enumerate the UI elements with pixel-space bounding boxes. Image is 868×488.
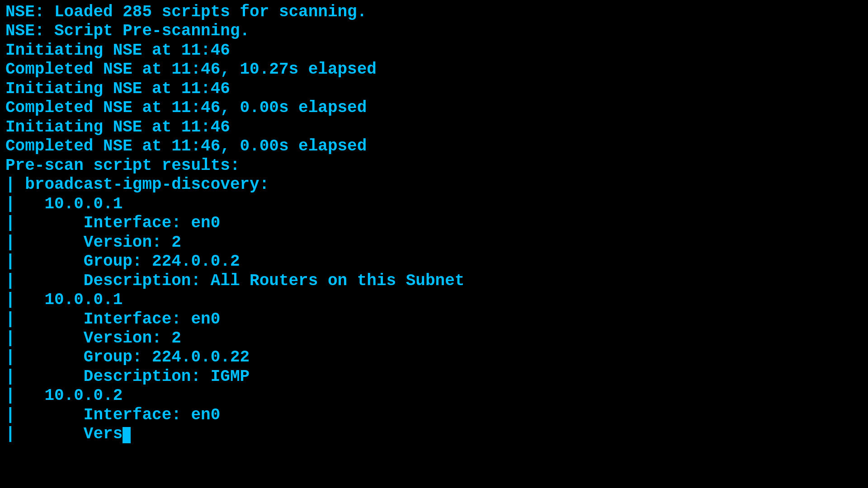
terminal-line: | 10.0.0.1 xyxy=(5,195,863,214)
terminal-output: NSE: Loaded 285 scripts for scanning.NSE… xyxy=(5,3,863,444)
terminal-line: NSE: Script Pre-scanning. xyxy=(5,22,863,41)
terminal-line: Completed NSE at 11:46, 0.00s elapsed xyxy=(5,99,863,117)
terminal-line: | Version: 2 xyxy=(5,233,863,252)
terminal-line: | Description: All Routers on this Subne… xyxy=(5,272,863,291)
terminal-line: Initiating NSE at 11:46 xyxy=(5,41,863,60)
terminal-line: | 10.0.0.2 xyxy=(5,386,863,405)
terminal-line: | Interface: en0 xyxy=(5,214,863,233)
terminal-line: | broadcast-igmp-discovery: xyxy=(5,175,863,194)
terminal-line: | Group: 224.0.0.2 xyxy=(5,252,863,271)
terminal-line: | Interface: en0 xyxy=(5,406,863,425)
terminal-line: Completed NSE at 11:46, 0.00s elapsed xyxy=(5,137,863,156)
terminal-line: | Version: 2 xyxy=(5,329,863,348)
terminal-line: | 10.0.0.1 xyxy=(5,291,863,310)
terminal-line: Completed NSE at 11:46, 10.27s elapsed xyxy=(5,60,863,79)
terminal-line: | Group: 224.0.0.22 xyxy=(5,348,863,367)
terminal-line: NSE: Loaded 285 scripts for scanning. xyxy=(5,3,863,22)
terminal-line: | Description: IGMP xyxy=(5,367,863,386)
terminal-line: | Interface: en0 xyxy=(5,310,863,329)
terminal-line: Initiating NSE at 11:46 xyxy=(5,118,863,137)
terminal-cursor xyxy=(123,427,131,443)
terminal-line: Pre-scan script results: xyxy=(5,156,863,175)
terminal-line: Initiating NSE at 11:46 xyxy=(5,80,863,99)
terminal-line: | Vers xyxy=(5,425,863,444)
